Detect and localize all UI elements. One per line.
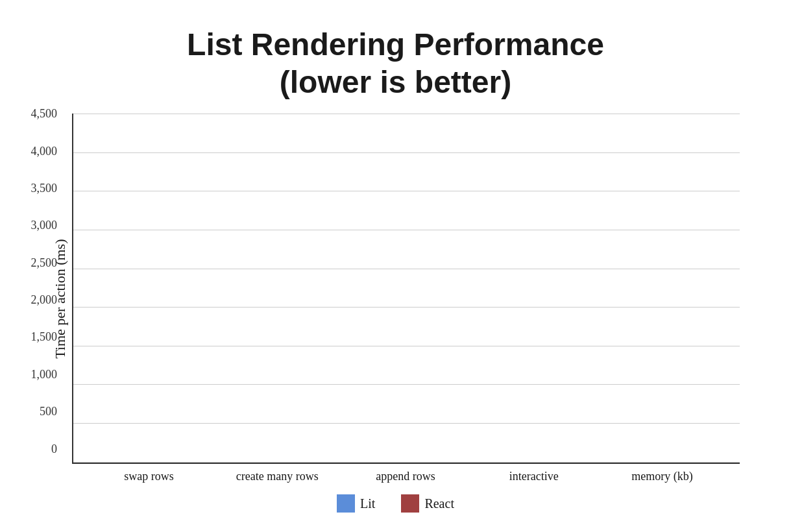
y-tick-label: 0 [51,442,57,455]
chart-inner: 4,5004,0003,5003,0002,5002,0001,5001,000… [72,114,740,484]
x-axis-label: swap rows [106,469,191,484]
x-axis-label: create many rows [235,469,319,484]
x-axis-label: interactive [492,469,576,484]
legend-color-react [401,494,419,513]
chart-title: List Rendering Performance (lower is bet… [187,26,604,101]
y-labels: 4,5004,0003,5003,0002,5002,0001,5001,000… [31,114,58,462]
y-tick-label: 4,500 [31,107,58,121]
x-labels: swap rowscreate many rowsappend rowsinte… [72,464,740,484]
chart-area: Time per action (ms) 4,5004,0003,5003,00… [52,114,740,484]
legend-item-lit: Lit [337,494,375,513]
y-tick-label: 2,500 [31,256,58,269]
grid-and-bars: 4,5004,0003,5003,0002,5002,0001,5001,000… [72,114,740,463]
x-axis-label: append rows [363,469,448,484]
legend: Lit React [337,494,454,513]
y-tick-label: 500 [40,405,57,418]
legend-label-lit: Lit [360,496,375,511]
y-tick-label: 1,500 [31,330,58,344]
chart-container: List Rendering Performance (lower is bet… [39,13,753,519]
legend-color-lit [337,494,355,513]
y-tick-label: 4,000 [31,144,58,158]
y-tick-label: 3,500 [31,181,58,195]
y-tick-label: 3,000 [31,219,58,232]
bars-row [73,114,740,462]
x-axis-label: memory (kb) [620,469,705,484]
title-line1: List Rendering Performance [187,27,604,62]
y-tick-label: 2,000 [31,293,58,307]
y-tick-label: 1,000 [31,367,58,381]
title-line2: (lower is better) [280,65,511,99]
legend-label-react: React [424,496,454,511]
legend-item-react: React [401,494,454,513]
